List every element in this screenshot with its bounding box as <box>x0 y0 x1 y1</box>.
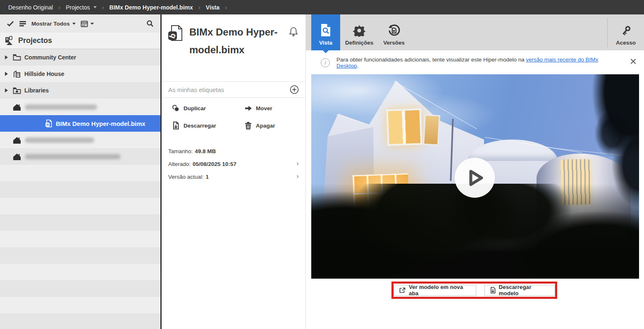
breadcrumb-item-file[interactable]: BIMx Demo Hyper-model.bimx <box>110 4 193 11</box>
version-history-icon <box>388 24 400 37</box>
redacted-label <box>25 154 121 159</box>
bimx-file-icon: b <box>44 119 53 128</box>
play-icon <box>464 167 486 189</box>
document-preview-icon <box>320 24 331 37</box>
info-circle-icon: i <box>321 58 330 67</box>
open-model-new-tab-button[interactable]: Ver modelo em nova aba <box>394 285 476 296</box>
breadcrumb: Desenho Original › Projectos › BIMx Demo… <box>0 0 644 14</box>
modified-row[interactable]: Alterado: 05/08/2025 10:57 › <box>168 158 300 170</box>
modified-label: Alterado: <box>168 161 191 167</box>
library-folder-icon <box>12 87 21 94</box>
breadcrumb-item-root[interactable]: Desenho Original <box>8 4 53 11</box>
bell-icon[interactable] <box>289 27 298 37</box>
plus-circle-icon[interactable] <box>290 85 299 94</box>
house-icon <box>12 153 21 161</box>
projects-section-header: Projectos <box>0 33 160 49</box>
date-filter[interactable] <box>81 20 94 27</box>
house-icon <box>12 103 21 111</box>
tree-item-redacted[interactable] <box>0 99 160 115</box>
model-preview-image <box>311 74 639 279</box>
breadcrumb-separator: › <box>225 4 227 11</box>
file-actions: Duplicar Mover Descarregar Apagar <box>172 104 299 130</box>
empty-row <box>0 181 160 198</box>
sidebar-toolbar: Mostrar Todos <box>0 14 160 33</box>
show-all-filter[interactable]: Mostrar Todos <box>31 21 76 27</box>
duplicate-button[interactable]: Duplicar <box>172 104 244 112</box>
main-content: Vista Definições Versões Acesso <box>306 14 644 329</box>
bimx-file-icon: b <box>167 24 184 42</box>
tree-item-libraries[interactable]: Libraries <box>0 82 160 99</box>
file-title: BIMx Demo Hyper-model.bimx <box>189 23 293 59</box>
search-icon[interactable] <box>146 20 154 27</box>
size-label: Tamanho: <box>168 148 193 154</box>
info-banner: i Para obter funcionalidades adicionais,… <box>321 54 621 71</box>
folder-icon <box>12 54 21 61</box>
access-button[interactable]: Acesso <box>608 14 644 50</box>
project-tree-sidebar: Mostrar Todos Projectos Community Center <box>0 14 160 329</box>
tags-input[interactable]: As minhas etiquetas <box>168 86 290 93</box>
tree-item-redacted[interactable] <box>0 132 160 148</box>
download-icon <box>490 287 496 293</box>
empty-row <box>0 231 160 247</box>
check-icon[interactable] <box>7 20 14 27</box>
breadcrumb-separator: › <box>102 4 104 11</box>
house-icon <box>12 136 21 144</box>
list-icon[interactable] <box>19 21 26 27</box>
size-value: 49.8 MB <box>195 148 216 154</box>
chevron-down-icon <box>93 6 97 8</box>
redacted-label <box>25 137 94 143</box>
move-arrow-icon <box>244 105 252 112</box>
empty-row <box>0 214 160 231</box>
version-label: Versão actual: <box>168 174 204 180</box>
expand-arrow-icon[interactable] <box>3 55 9 59</box>
redacted-label <box>25 104 97 110</box>
gear-icon <box>353 24 365 37</box>
tree-item-community-center[interactable]: Community Center <box>0 49 160 66</box>
breadcrumb-separator: › <box>198 4 200 11</box>
empty-row <box>0 297 160 313</box>
tree-item-redacted[interactable] <box>0 148 160 165</box>
modified-value: 05/08/2025 10:57 <box>193 161 236 167</box>
expand-arrow-icon[interactable] <box>3 88 9 92</box>
size-row: Tamanho: 49.8 MB <box>168 145 300 158</box>
tree-item-bimx-file-selected[interactable]: b BIMx Demo Hyper-model.bimx <box>0 115 160 132</box>
delete-button[interactable]: Apagar <box>244 121 299 130</box>
project-tree: Community Center Hillside House Librarie… <box>0 49 160 329</box>
download-model-button[interactable]: Descarregar modelo <box>484 285 555 296</box>
version-row[interactable]: Versão actual: 1 › <box>168 170 300 183</box>
empty-row <box>0 280 160 297</box>
banner-text: Para obter funcionalidades adicionais, t… <box>336 57 621 69</box>
chevron-right-icon[interactable]: › <box>296 159 299 168</box>
tab-bar: Vista Definições Versões Acesso <box>306 14 644 50</box>
breadcrumb-separator: › <box>58 4 60 11</box>
chevron-down-icon <box>72 23 76 25</box>
breadcrumb-item-projects[interactable]: Projectos <box>66 4 96 11</box>
tree-item-hillside-house[interactable]: Hillside House <box>0 66 160 82</box>
download-file-icon <box>172 121 180 130</box>
tab-versoes[interactable]: Versões <box>378 14 410 50</box>
red-annotation-box: Ver modelo em nova aba Descarregar model… <box>391 282 557 299</box>
expand-arrow-icon[interactable] <box>3 72 9 76</box>
empty-row <box>0 165 160 181</box>
projects-buildings-icon <box>4 36 15 46</box>
chevron-right-icon[interactable]: › <box>296 172 299 180</box>
chevron-down-icon <box>91 23 94 25</box>
play-button[interactable] <box>455 158 495 198</box>
version-value: 1 <box>206 174 209 180</box>
empty-row <box>0 198 160 214</box>
close-icon[interactable]: × <box>630 56 637 67</box>
empty-row <box>0 264 160 280</box>
breadcrumb-item-view[interactable]: Vista <box>206 4 219 11</box>
tab-definicoes[interactable]: Definições <box>340 14 378 50</box>
building-icon <box>12 70 21 78</box>
download-button[interactable]: Descarregar <box>172 121 244 130</box>
file-detail-panel: b BIMx Demo Hyper-model.bimx As minhas e… <box>162 14 306 329</box>
move-button[interactable]: Mover <box>244 104 299 112</box>
tab-vista[interactable]: Vista <box>311 14 340 50</box>
empty-row <box>0 313 160 329</box>
key-icon <box>620 25 632 37</box>
open-new-tab-icon <box>399 287 405 293</box>
calendar-icon <box>81 20 88 27</box>
trash-icon <box>244 122 252 130</box>
section-title: Projectos <box>18 36 52 45</box>
